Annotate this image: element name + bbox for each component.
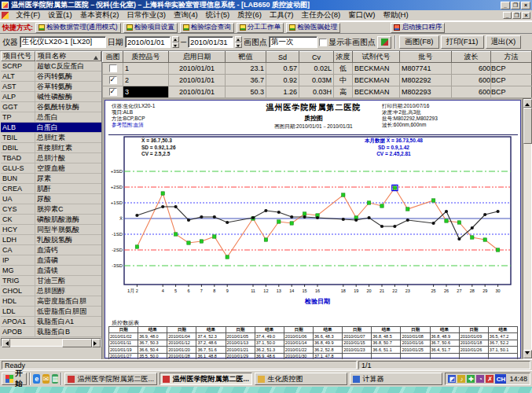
qc-col-header[interactable]: 浓度 (334, 52, 353, 63)
plot-checkbox-cell[interactable] (103, 75, 123, 86)
qc-point[interactable] (457, 237, 460, 241)
qc-lot-no[interactable]: 1 (123, 63, 169, 75)
project-row[interactable]: SCRP超敏C反应蛋白 (1, 61, 101, 72)
qc-point[interactable] (264, 238, 267, 241)
project-row[interactable]: TP总蛋白 (1, 112, 101, 123)
qc-point[interactable] (497, 210, 500, 213)
qc-col-header[interactable]: Sd (266, 52, 299, 63)
project-row[interactable]: HDL高密度脂蛋白胆 (1, 296, 101, 307)
show-desktop-icon[interactable]: ▦ (52, 374, 59, 384)
qc-point[interactable] (264, 209, 267, 212)
tray-scheduler-icon[interactable]: ◔ (476, 375, 484, 383)
project-row[interactable]: LDL低密脂蛋白胆固 (1, 307, 101, 317)
restore-icon[interactable]: ❐ (511, 2, 520, 9)
date-from-spinner[interactable] (172, 36, 179, 48)
qc-point[interactable] (496, 248, 499, 252)
quickbar-button[interactable]: 检验项目设置 (123, 23, 178, 33)
plot-checkbox-cell[interactable] (103, 63, 123, 75)
qc-point[interactable] (368, 216, 371, 219)
qc-point[interactable] (290, 215, 293, 219)
instrument-input[interactable]: 生化仪LX20-1 [LX20] (20, 36, 106, 48)
plot-checkbox[interactable] (109, 88, 117, 96)
qc-point[interactable] (187, 241, 190, 244)
tray-antivirus-icon[interactable]: ✚ (467, 375, 475, 383)
project-row[interactable]: GGT谷氨酰转肽酶 (1, 102, 101, 112)
plot-checkbox[interactable] (109, 64, 117, 72)
project-row[interactable]: TBAD总胆汁酸 (1, 153, 101, 163)
col-project-name[interactable]: 项目名称 (35, 51, 101, 61)
child-close-icon[interactable]: × (522, 12, 530, 19)
qc-lot-no[interactable]: 2 (123, 75, 169, 86)
qc-point[interactable] (393, 186, 396, 189)
language-indicator[interactable]: CH (495, 374, 506, 384)
quickbar-button[interactable]: 检验综合查询 (180, 23, 234, 33)
project-row[interactable]: TBIL总胆红素 (1, 133, 101, 143)
qc-point[interactable] (316, 216, 319, 219)
qc-point[interactable] (200, 215, 203, 219)
menu-item[interactable]: 窗口(W) (344, 9, 379, 21)
date-from-input[interactable]: 2010/01/01 (125, 36, 171, 48)
tray-volume-icon[interactable]: ♪ (457, 375, 465, 383)
ie-icon[interactable]: e (33, 374, 40, 384)
close-icon[interactable]: × (521, 2, 530, 9)
scroll-right-icon[interactable] (92, 339, 101, 347)
qc-point[interactable] (406, 219, 409, 222)
qc-row[interactable]: 32010/01/0150.31.260.03H高BECKMANM8022936… (103, 86, 532, 98)
task-button[interactable]: 计算器 (350, 373, 442, 385)
scroll-up-icon[interactable] (523, 99, 532, 108)
task-button[interactable]: 温州医学院附属第二医... (160, 373, 252, 385)
project-row[interactable]: ALP碱性磷酸酶 (1, 92, 101, 102)
qc-point[interactable] (471, 236, 474, 239)
menu-item[interactable]: 统计(5) (202, 9, 234, 21)
project-row[interactable]: CA血清钙 (1, 245, 101, 255)
vscroll-thumb[interactable] (523, 108, 532, 144)
qc-point[interactable] (174, 233, 177, 236)
project-row[interactable]: CHOL总胆固醇 (1, 286, 101, 296)
qc-point[interactable] (290, 222, 293, 225)
project-row[interactable]: LDH乳酸脱氢酶 (1, 235, 101, 245)
qc-point[interactable] (135, 245, 138, 248)
show-nonplot-checkbox[interactable] (319, 39, 327, 46)
tray-messenger-icon[interactable]: ✗ (486, 375, 493, 383)
plot-button[interactable]: 画图(F8) (399, 35, 438, 49)
task-button[interactable]: 温州医学院附属第二医... (64, 373, 157, 385)
qc-point[interactable] (161, 205, 164, 208)
project-row[interactable]: UA尿酸 (1, 194, 101, 204)
qc-point[interactable] (354, 219, 358, 222)
qc-point[interactable] (303, 212, 306, 215)
project-list-hscrollbar[interactable] (1, 338, 101, 347)
project-row[interactable]: TRIG甘油三酯 (1, 276, 101, 286)
project-row[interactable]: CK磷酸肌酸激酶 (1, 215, 101, 225)
project-row[interactable]: GLU-S空腹血糖 (1, 163, 101, 174)
qc-point[interactable] (457, 221, 460, 224)
menu-item[interactable]: 基本资料(2) (76, 9, 123, 21)
project-row[interactable]: DBIL直接胆红素 (1, 143, 101, 153)
menu-item[interactable]: 质控(6) (233, 9, 266, 21)
project-row[interactable]: BUN尿素 (1, 174, 101, 184)
qc-point[interactable] (200, 240, 203, 243)
plot-checkbox-cell[interactable] (103, 86, 123, 98)
qc-lot-no[interactable]: 3 (123, 86, 169, 98)
project-row[interactable]: AST谷草转氨酶 (1, 82, 101, 92)
exit-button[interactable]: 退出(X) (486, 35, 522, 49)
project-row[interactable]: CREA肌酐 (1, 184, 101, 194)
print-button[interactable]: 打印(F11) (441, 35, 484, 49)
qc-point[interactable] (251, 216, 255, 219)
child-restore-icon[interactable]: ❐ (512, 12, 521, 19)
qc-point[interactable] (174, 205, 178, 208)
qc-col-header[interactable]: 启用日期 (169, 52, 226, 63)
menu-item[interactable]: 查询(4) (170, 9, 202, 21)
start-button[interactable]: 开始 (2, 373, 27, 385)
project-row[interactable]: MG血清镁 (1, 266, 101, 276)
qc-point[interactable] (406, 208, 409, 211)
qc-row[interactable]: 22010/01/0136.70.920.03M中BECKMANM8022926… (103, 75, 532, 86)
qc-row[interactable]: 12010/01/0123.10.570.02L低BECKMANM8077416… (103, 63, 532, 75)
qc-col-header[interactable]: Cv (299, 52, 334, 63)
qc-point[interactable] (135, 214, 138, 217)
qc-point[interactable] (342, 218, 345, 221)
qc-point[interactable] (226, 255, 229, 259)
project-row[interactable]: APOB载脂蛋白B (1, 327, 101, 337)
qc-point[interactable] (342, 193, 345, 196)
task-button[interactable]: 生化质控图 (255, 373, 347, 385)
qc-col-header[interactable]: 批号 (400, 52, 452, 63)
